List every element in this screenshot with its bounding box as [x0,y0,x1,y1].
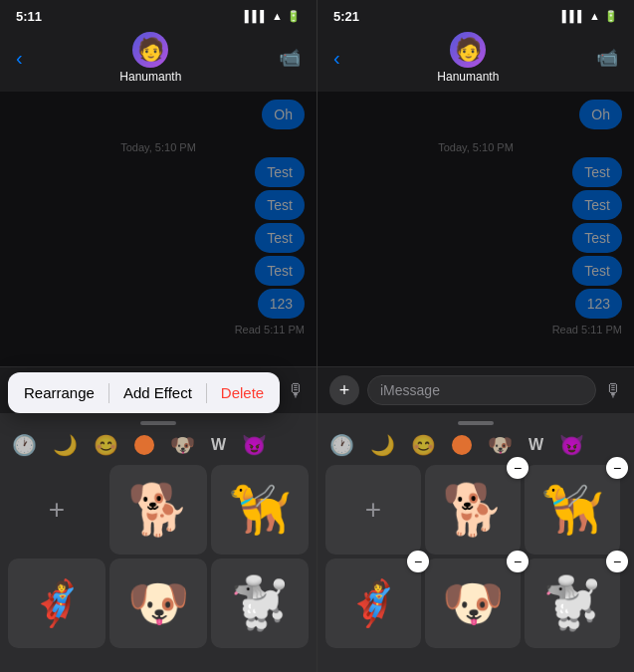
contact-name-left: Hanumanth [119,70,181,84]
contact-name-right: Hanumanth [437,70,499,84]
mic-button-right[interactable]: 🎙 [604,380,622,401]
status-icons-left: ▌▌▌ ▲ 🔋 [245,10,301,23]
wifi-icon: ▲ [272,10,283,22]
sticker-row1-right: + 🐕 − 🦮 − [325,465,626,555]
sticker-grid-right: + 🐕 − 🦮 − 🦸 [317,465,634,648]
tab-recent-right[interactable]: 🕐 [329,433,354,457]
left-phone-panel: 5:11 ▌▌▌ ▲ 🔋 ‹ 🧑 Hanumanth 📹 Oh Today, 5… [0,0,317,672]
contact-info-left[interactable]: 🧑 Hanumanth [119,32,181,84]
remove-purple-right[interactable]: − [407,551,429,572]
wifi-icon-right: ▲ [589,10,600,22]
sticker-purple-right[interactable]: 🦸‍♀️ [325,559,421,648]
sticker-purple1-left[interactable]: 🦸‍♀️ [8,559,106,648]
messages-area-right: Oh Today, 5:10 PM Test Test Test Test 12… [317,92,634,366]
add-sticker-left[interactable]: + [8,465,106,555]
sticker-dog1-right[interactable]: 🐕 [425,465,521,555]
sticker-dog1-left[interactable]: 🐕 [109,465,207,555]
time-left: 5:11 [16,9,42,24]
sticker-tabs-right: 🕐 🌙 😊 🐶 W 😈 [317,433,634,457]
status-bar-left: 5:11 ▌▌▌ ▲ 🔋 [0,0,317,28]
sticker-dog4-container-right: 🐩 − [525,559,620,648]
status-icons-right: ▌▌▌ ▲ 🔋 [562,10,618,23]
sticker-dog3-left[interactable]: 🐶 [109,559,207,648]
panel-handle-left [140,421,176,425]
panel-handle-right [458,421,494,425]
sticker-row2-right: 🦸‍♀️ − 🐶 − 🐩 − [325,559,626,648]
remove-dog1-right[interactable]: − [507,457,528,479]
sticker-dog2-left[interactable]: 🦮 [211,465,309,555]
message-input-right[interactable]: iMessage [367,375,596,405]
overlay-right [317,92,634,366]
sticker-dog1-container-right: 🐕 − [425,465,521,555]
battery-icon-right: 🔋 [604,10,618,23]
remove-dog3-right[interactable]: − [507,551,528,572]
signal-icon: ▌▌▌ [245,10,268,22]
video-button-right[interactable]: 📹 [596,47,618,69]
battery-icon: 🔋 [287,10,301,23]
context-menu: Rearrange Add Effect Delete [8,372,280,413]
sticker-panel-left: 🕐 🌙 😊 🐶 W 😈 + 🐕 🦮 🦸‍♀️ 🐶 [0,413,317,672]
add-effect-button[interactable]: Add Effect [109,376,206,409]
tab-moon-right[interactable]: 🌙 [370,433,395,457]
back-button-right[interactable]: ‹ [333,47,340,70]
tab-devil-right[interactable]: 😈 [559,433,584,457]
remove-dog4-right[interactable]: − [606,551,628,572]
tab-dog-left[interactable]: 🐶 [170,433,195,457]
chat-header-left: ‹ 🧑 Hanumanth 📹 [0,28,317,92]
mic-button-left[interactable]: 🎙 [287,380,305,401]
delete-button[interactable]: Delete [207,376,278,409]
tab-orange-left[interactable] [134,435,154,455]
tab-recent-left[interactable]: 🕐 [12,433,37,457]
remove-dog2-right[interactable]: − [606,457,628,479]
time-right: 5:21 [333,9,359,24]
sticker-dog3-right[interactable]: 🐶 [425,559,521,648]
sticker-dog2-right[interactable]: 🦮 [525,465,620,555]
back-button-left[interactable]: ‹ [16,47,23,70]
video-button-left[interactable]: 📹 [279,47,301,69]
messages-area-left: Oh Today, 5:10 PM Test Test Test Test 12… [0,92,317,366]
tab-emoji-right[interactable]: 😊 [411,433,436,457]
chat-header-right: ‹ 🧑 Hanumanth 📹 [317,28,634,92]
tab-devil-left[interactable]: 😈 [242,433,267,457]
add-sticker-right[interactable]: + [325,465,421,555]
overlay-left [0,92,317,366]
tab-w-left[interactable]: W [211,436,226,454]
sticker-purple-container-right: 🦸‍♀️ − [325,559,421,648]
tab-emoji-left[interactable]: 😊 [94,433,118,457]
contact-info-right[interactable]: 🧑 Hanumanth [437,32,499,84]
sticker-dog4-right[interactable]: 🐩 [525,559,620,648]
rearrange-button[interactable]: Rearrange [10,376,108,409]
sticker-dog3-container-right: 🐶 − [425,559,521,648]
sticker-dog4-left[interactable]: 🐩 [211,559,309,648]
sticker-tabs-left: 🕐 🌙 😊 🐶 W 😈 [0,433,317,457]
add-button-right[interactable]: + [329,375,359,405]
status-bar-right: 5:21 ▌▌▌ ▲ 🔋 [317,0,634,28]
tab-w-right[interactable]: W [528,436,543,454]
sticker-grid-left: + 🐕 🦮 🦸‍♀️ 🐶 🐩 [0,465,317,648]
avatar-right: 🧑 [450,32,486,68]
sticker-panel-right: 🕐 🌙 😊 🐶 W 😈 + 🐕 − [317,413,634,672]
input-bar-right: + iMessage 🎙 [317,366,634,413]
tab-dog-right[interactable]: 🐶 [488,433,513,457]
signal-icon-right: ▌▌▌ [562,10,585,22]
right-phone-panel: 5:21 ▌▌▌ ▲ 🔋 ‹ 🧑 Hanumanth 📹 Oh Today, 5… [317,0,634,672]
sticker-dog2-container-right: 🦮 − [525,465,620,555]
tab-moon-left[interactable]: 🌙 [53,433,78,457]
avatar-left: 🧑 [132,32,168,68]
tab-orange-right[interactable] [452,435,472,455]
